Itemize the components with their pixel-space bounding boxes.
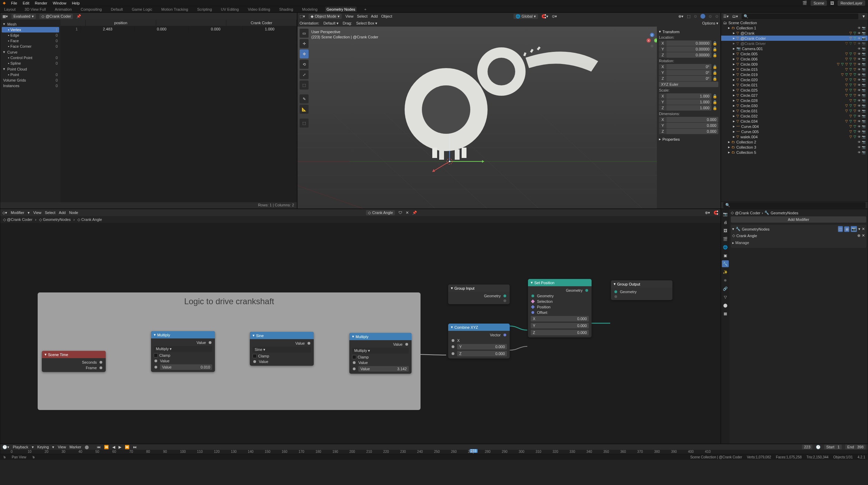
ne-menu-add[interactable]: Add (59, 211, 66, 215)
editor-type-icon[interactable]: ☰▾ (723, 14, 729, 19)
tool-cursor[interactable]: ✛ (300, 39, 309, 48)
tab-constraints[interactable]: 🔗 (722, 285, 729, 292)
workspace-tab[interactable]: Modeling (301, 7, 319, 12)
location-x[interactable]: 0.00000 (667, 40, 711, 46)
outliner-item[interactable]: ▸▽Circle.021▽▽▽👁 📷 (721, 82, 868, 87)
view3d-menu-select[interactable]: Select (357, 14, 368, 18)
domain-row[interactable]: • Point0 (2, 72, 59, 77)
workspace-tab[interactable]: Layout (3, 7, 17, 12)
domain-row[interactable]: • Face0 (2, 38, 59, 44)
node-math-multiply-1[interactable]: ▾ Multiply Value Multiply ▾ Clamp Value … (151, 331, 215, 372)
outliner-item[interactable]: ▸📷Camera.001👁 📷 (721, 46, 868, 51)
node-group-input[interactable]: ▾ Group Input Geometry (448, 285, 510, 304)
pin-icon[interactable]: 📌 (76, 14, 81, 19)
domain-row[interactable]: ▾ Mesh (2, 21, 59, 27)
tool-annotate[interactable]: ✎ (300, 94, 309, 103)
snap-toggle[interactable]: 🧲 (714, 211, 718, 215)
nodegroup-field[interactable]: Crank Angle (736, 234, 856, 238)
scale-y[interactable]: 1.000 (667, 99, 711, 105)
view3d-menu-object[interactable]: Object (381, 14, 392, 18)
outliner-item[interactable]: ▸▽Circle.025▽▽▽👁 📷 (721, 87, 868, 93)
proportional-toggle[interactable]: ⊙▾ (552, 14, 557, 19)
jump-end[interactable]: ⏭ (132, 445, 138, 449)
spreadsheet-object[interactable]: ◇ @Crank Coder (39, 14, 73, 19)
tl-menu-marker[interactable]: Marker (69, 445, 81, 449)
snap-toggle[interactable]: 🧲▾ (541, 14, 548, 19)
tool-measure[interactable]: 📐 (300, 105, 309, 114)
domain-row[interactable]: ▾ Curve (2, 49, 59, 55)
value-field[interactable]: Value3.142 (358, 366, 409, 372)
new-nodegroup[interactable]: ⊕ (857, 233, 860, 238)
ne-menu-modifier[interactable]: Modifier (11, 211, 24, 215)
tab-viewlayer[interactable]: 🖼 (722, 227, 729, 234)
view3d-menu-add[interactable]: Add (371, 14, 378, 18)
math-op-select[interactable]: Sine ▾ (253, 347, 311, 353)
overlays-toggle[interactable]: ⊕▾ (678, 14, 683, 19)
outliner-item[interactable]: ▸▽Circle.030▽▽▽👁 📷 (721, 103, 868, 108)
workspace-tab[interactable]: Default (110, 7, 124, 12)
view3d-menu-view[interactable]: View (345, 14, 353, 18)
scale-x[interactable]: 1.000 (667, 93, 711, 99)
transform-panel-header[interactable]: ▾ Transform (659, 29, 718, 35)
outliner-item[interactable]: ▸🗀Collection 3👁 📷 (721, 144, 868, 150)
mod-realtime-toggle[interactable]: 🖥 (844, 226, 849, 232)
offset-y[interactable]: Y0.000 (531, 323, 589, 328)
clamp-checkbox[interactable] (352, 355, 356, 359)
editor-type-icon[interactable]: ▦▾ (2, 14, 8, 19)
domain-row[interactable]: Instances0 (2, 83, 59, 88)
tool-scale[interactable]: ⤢ (300, 70, 309, 79)
outliner-item[interactable]: ▸▽Circle.031▽▽▽👁 📷 (721, 108, 868, 113)
breadcrumb-item[interactable]: ◇ @Crank Coder (3, 217, 32, 222)
location-y[interactable]: 0.00000 (667, 46, 711, 52)
ne-menu-select[interactable]: Select (45, 211, 56, 215)
outliner-item[interactable]: ▸▽Circle.019▽▽▽▽👁 📷 (721, 72, 868, 77)
tab-data[interactable]: ▽ (722, 293, 729, 300)
outliner-item[interactable]: ▸▽Circle.015▽▽▽👁 📷 (721, 67, 868, 72)
tool-add[interactable]: ⬚ (300, 119, 309, 128)
workspace-tab[interactable]: Geometry Nodes (325, 7, 357, 12)
outliner-item[interactable]: ▸▽@Crank Driver▽▽▽👁 📷 (721, 41, 868, 46)
current-frame[interactable]: 223 (802, 445, 812, 449)
shading-matpreview[interactable]: ⊙ (709, 14, 712, 19)
tab-physics[interactable]: ⚛ (722, 277, 729, 284)
domain-row[interactable]: • Edge0 (2, 32, 59, 38)
play-reverse[interactable]: ◀ (111, 445, 116, 449)
keyframe-next[interactable]: ⏩ (124, 445, 131, 449)
pin-icon[interactable]: 📌 (412, 211, 417, 215)
tool-select[interactable]: ▭ (300, 29, 309, 38)
y-field[interactable]: Y0.000 (457, 344, 507, 349)
preview-range-toggle[interactable]: 🕐 (816, 445, 821, 449)
tab-modifiers[interactable]: 🔧 (722, 260, 729, 267)
overlay-toggle[interactable]: ⊕▾ (705, 211, 710, 215)
orientation-selector[interactable]: 🌐 Global ▾ (513, 14, 538, 19)
eval-mode-selector[interactable]: Evaluated ▾ (11, 14, 36, 19)
outliner-item[interactable]: ▸▽Circle.006▽▽▽👁 📷 (721, 56, 868, 62)
workspace-tab[interactable]: Shading (278, 7, 294, 12)
workspace-tab[interactable]: Game Logic (131, 7, 154, 12)
z-field[interactable]: Z0.000 (457, 351, 507, 356)
orientation-dropdown[interactable]: Default ▾ (323, 21, 339, 26)
outliner-root[interactable]: 🗂Scene Collection (721, 20, 868, 25)
dim-x[interactable]: 0.000 (667, 117, 718, 122)
tool-transform[interactable]: ⬚ (300, 81, 309, 90)
outliner-search[interactable]: 🔍 (742, 13, 858, 19)
outliner-item[interactable]: ▸▽Circle.028▽▽👁 📷 (721, 98, 868, 103)
properties-panel-header[interactable]: ▸ Properties (659, 136, 718, 142)
shading-rendered[interactable]: ⊙ (715, 14, 718, 19)
tab-render[interactable]: 📷 (722, 211, 729, 217)
play-forward[interactable]: ▶ (117, 445, 122, 449)
mode-selector[interactable]: ◆ Object Mode ▾ (309, 14, 342, 19)
tool-rotate[interactable]: ⟲ (300, 60, 309, 69)
outliner-item[interactable]: ▸〰Curve.004▽▽👁 📷 (721, 124, 868, 129)
timeline-ruler[interactable]: 223 010203040506070809010011012013014015… (0, 450, 868, 454)
tab-world[interactable]: 🌐 (722, 244, 729, 251)
outliner-item[interactable]: ▸🗀Collection 5👁 📷 (721, 150, 868, 155)
node-math-sine[interactable]: ▾ Sine Value Sine ▾ Clamp Value (250, 332, 314, 366)
add-workspace[interactable]: + (363, 7, 368, 12)
tab-particles[interactable]: ✨ (722, 269, 729, 276)
scene-selector[interactable]: Scene (811, 0, 827, 6)
menu-window[interactable]: Window (53, 1, 66, 5)
workspace-tab[interactable]: 3D View Full (23, 7, 47, 12)
clamp-checkbox[interactable] (154, 353, 158, 357)
breadcrumb-item[interactable]: ◇ Crank Angle (77, 217, 102, 222)
